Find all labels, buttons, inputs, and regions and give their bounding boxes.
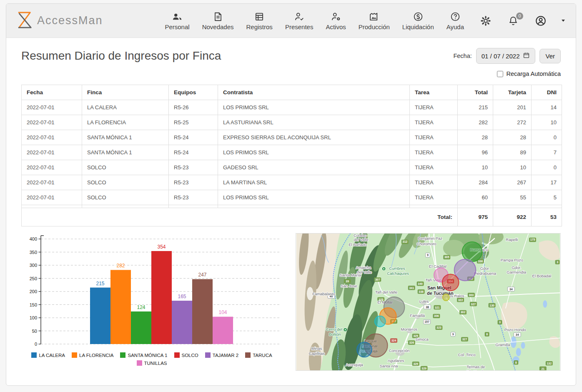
nav-item-novedades[interactable]: Novedades: [202, 11, 234, 30]
bar-la-calera[interactable]: [90, 288, 110, 344]
svg-text:247: 247: [198, 272, 206, 278]
nav-item-ayuda[interactable]: Ayuda: [447, 11, 464, 30]
table-cell: TIJERA: [410, 115, 458, 130]
svg-text:34: 34: [509, 288, 513, 291]
svg-text:124: 124: [137, 304, 145, 310]
table-row-clipped: [22, 205, 562, 208]
fincas-bar-chart: 0501001502002503003504002152821243541652…: [21, 233, 282, 366]
chart-legend: LA CALERALA FLORENCIASANTA MÓNICA 1SOLCO…: [21, 352, 282, 366]
table-row: 2022-07-01LA CALERAR5-26LOS PRIMOS SRLTI…: [22, 100, 562, 115]
table-row: 2022-07-01SOLCOR5-23LA MARTINA SRLTIJERA…: [22, 175, 562, 190]
svg-text:Gdor.: Gdor.: [480, 266, 490, 271]
table-cell: R5-23: [169, 190, 218, 205]
svg-text:Lules: Lules: [419, 299, 429, 304]
fincas-map[interactable]: 3123053361753930739403403413383043173033…: [296, 233, 561, 371]
bell-icon[interactable]: 0: [507, 15, 519, 27]
nav-item-personal[interactable]: Personal: [165, 11, 189, 30]
bar-taruca[interactable]: [192, 279, 213, 344]
nav-item-presentes[interactable]: Presentes: [285, 11, 314, 30]
table-cell: 201: [493, 100, 532, 115]
table-cell: R5-24: [169, 145, 218, 160]
map-marker[interactable]: [357, 342, 372, 357]
svg-text:307: 307: [375, 278, 380, 281]
table-cell: 14: [532, 100, 562, 115]
svg-text:250: 250: [30, 276, 37, 281]
table-total-row: Total:97592253: [22, 208, 562, 226]
nav-item-activos[interactable]: Activos: [326, 11, 346, 30]
recarga-automatica-checkbox[interactable]: [497, 71, 503, 77]
svg-text:El Bobadal: El Bobadal: [532, 274, 552, 278]
svg-text:336: 336: [478, 260, 483, 263]
svg-text:329: 329: [421, 367, 426, 370]
svg-text:157: 157: [424, 320, 429, 323]
svg-text:Calchaquíes: Calchaquíes: [387, 271, 409, 276]
col-header-finca: Finca: [82, 85, 169, 100]
svg-text:Choromoro: Choromoro: [416, 241, 436, 246]
svg-text:Concepción: Concepción: [389, 348, 410, 353]
svg-text:Amaicha: Amaicha: [356, 265, 371, 270]
app-logo[interactable]: AccessMan: [17, 11, 103, 31]
table-cell: LA FLORENCIA: [82, 115, 169, 130]
bar-santa-mónica-1[interactable]: [131, 312, 151, 344]
date-input[interactable]: 01 / 07 / 2022: [476, 48, 536, 64]
col-header-equipos: Equipos: [169, 85, 218, 100]
total-tarjeta: 922: [493, 208, 532, 226]
svg-text:323: 323: [436, 326, 442, 329]
bar-solco[interactable]: [151, 251, 172, 344]
table-cell: TIJERA: [410, 100, 458, 115]
svg-text:Monteros: Monteros: [401, 327, 418, 332]
table-cell: R5-25: [169, 115, 218, 130]
svg-text:130: 130: [489, 304, 494, 307]
svg-text:Pozo Hondo: Pozo Hondo: [504, 327, 526, 332]
table-cell: 10: [532, 115, 562, 130]
legend-item: TAJAMAR 2: [205, 352, 238, 358]
svg-text:9: 9: [427, 254, 429, 256]
svg-text:Bolsón: Bolsón: [329, 332, 341, 337]
svg-text:400: 400: [30, 236, 37, 241]
svg-text:50: 50: [32, 329, 37, 334]
table-cell: 284: [458, 175, 493, 190]
top-bar: AccessMan PersonalNovedadesRegistrosPres…: [6, 4, 576, 38]
svg-text:Cerro del: Cerro del: [326, 327, 342, 332]
svg-text:34: 34: [516, 333, 519, 336]
page-title: Resumen Diario de Ingresos por Finca: [21, 49, 221, 63]
legend-swatch: [174, 352, 180, 358]
svg-text:0: 0: [35, 342, 37, 347]
table-row: 2022-07-01SOLCOR5-23GADESO SRLTIJERA1010…: [22, 160, 562, 175]
nav-item-label: Registros: [246, 23, 273, 30]
map-marker[interactable]: [462, 242, 482, 262]
svg-text:Aguilares: Aguilares: [388, 358, 404, 363]
svg-text:3: 3: [557, 261, 558, 264]
svg-text:324: 324: [391, 339, 396, 342]
table-cell: 89: [493, 145, 532, 160]
ver-button[interactable]: Ver: [539, 49, 561, 63]
svg-text:3: 3: [499, 321, 501, 324]
account-icon[interactable]: [535, 15, 547, 27]
bar-tajamar-2[interactable]: [172, 301, 192, 344]
map-marker[interactable]: [442, 274, 459, 291]
nav-item-registros[interactable]: Registros: [246, 11, 273, 30]
table-cell: TIJERA: [410, 175, 458, 190]
bar-tunillas[interactable]: [213, 317, 233, 344]
nav-item-produccion[interactable]: Producción: [359, 11, 390, 30]
table-cell: TIJERA: [410, 190, 458, 205]
svg-text:8: 8: [515, 361, 517, 364]
svg-text:Simoca: Simoca: [415, 337, 429, 342]
map-marker[interactable]: [443, 294, 449, 301]
table-cell: LOS PRIMOS SRL: [218, 145, 410, 160]
recarga-automatica-label: Recarga Automática: [506, 70, 561, 77]
map-marker[interactable]: [375, 316, 386, 327]
total-value: 975: [458, 208, 493, 226]
table-cell: 272: [493, 115, 532, 130]
bar-la-florencia[interactable]: [110, 270, 131, 344]
svg-text:Gdor.: Gdor.: [512, 265, 521, 270]
table-cell: SANTA MÓNICA 1: [82, 145, 169, 160]
svg-text:Río Hondo: Río Hondo: [467, 369, 485, 370]
col-header-contratista: Contratista: [218, 85, 410, 100]
gear-icon[interactable]: [480, 15, 492, 27]
nav-item-liquidacion[interactable]: Liquidación: [402, 11, 434, 30]
svg-text:Famaillá: Famaillá: [410, 313, 425, 318]
svg-text:305: 305: [444, 256, 449, 259]
table-cell: 2022-07-01: [22, 100, 82, 115]
svg-text:300: 300: [30, 263, 37, 268]
